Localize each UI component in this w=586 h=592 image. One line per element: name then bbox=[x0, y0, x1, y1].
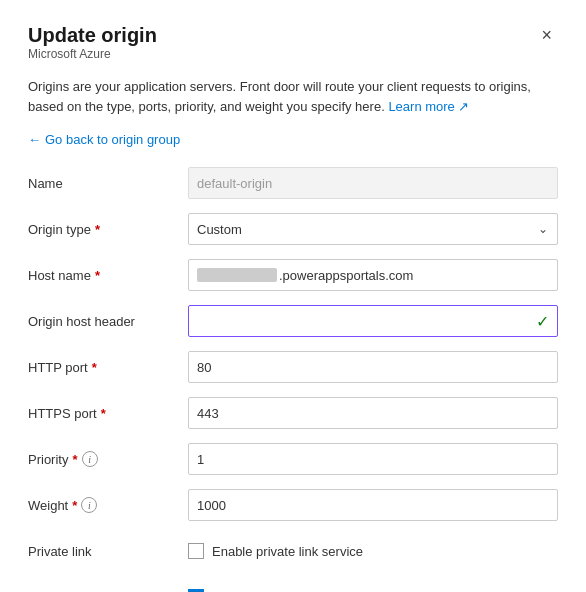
name-input[interactable] bbox=[188, 167, 558, 199]
host-name-label: Host name * bbox=[28, 268, 188, 283]
http-port-required: * bbox=[92, 360, 97, 375]
priority-control bbox=[188, 443, 558, 475]
https-port-label: HTTPS port * bbox=[28, 406, 188, 421]
host-field-wrapper: .powerappsportals.com bbox=[188, 259, 558, 291]
private-link-label: Private link bbox=[28, 544, 188, 559]
weight-control bbox=[188, 489, 558, 521]
weight-label: Weight * i bbox=[28, 497, 188, 513]
origin-host-header-control: ✓ bbox=[188, 305, 558, 337]
title-block: Update origin Microsoft Azure bbox=[28, 24, 157, 75]
http-port-row: HTTP port * bbox=[28, 351, 558, 383]
status-row: Status Enable this origin bbox=[28, 581, 558, 592]
origin-host-header-label: Origin host header bbox=[28, 314, 188, 329]
update-origin-panel: Update origin Microsoft Azure × Origins … bbox=[0, 0, 586, 592]
host-name-required: * bbox=[95, 268, 100, 283]
priority-required: * bbox=[72, 452, 77, 467]
http-port-label: HTTP port * bbox=[28, 360, 188, 375]
weight-required: * bbox=[72, 498, 77, 513]
private-link-checkbox[interactable] bbox=[188, 543, 204, 559]
http-port-control bbox=[188, 351, 558, 383]
weight-row: Weight * i bbox=[28, 489, 558, 521]
https-port-row: HTTPS port * bbox=[28, 397, 558, 429]
name-row: Name bbox=[28, 167, 558, 199]
https-port-required: * bbox=[101, 406, 106, 421]
origin-host-wrapper: ✓ bbox=[188, 305, 558, 337]
description-text: Origins are your application servers. Fr… bbox=[28, 77, 558, 116]
weight-input[interactable] bbox=[188, 489, 558, 521]
name-control bbox=[188, 167, 558, 199]
origin-type-select[interactable]: Custom App Service Azure Blob Storage Az… bbox=[188, 213, 558, 245]
priority-info-icon[interactable]: i bbox=[82, 451, 98, 467]
back-arrow-icon: ← bbox=[28, 132, 41, 147]
priority-input[interactable] bbox=[188, 443, 558, 475]
close-button[interactable]: × bbox=[535, 24, 558, 46]
origin-type-required: * bbox=[95, 222, 100, 237]
http-port-input[interactable] bbox=[188, 351, 558, 383]
private-link-checkbox-row: Enable private link service bbox=[188, 543, 558, 559]
host-name-control: .powerappsportals.com bbox=[188, 259, 558, 291]
private-link-checkbox-label: Enable private link service bbox=[212, 544, 363, 559]
panel-header: Update origin Microsoft Azure × bbox=[28, 24, 558, 75]
panel-subtitle: Microsoft Azure bbox=[28, 47, 157, 61]
host-domain: .powerappsportals.com bbox=[277, 268, 413, 283]
origin-type-row: Origin type * Custom App Service Azure B… bbox=[28, 213, 558, 245]
back-link[interactable]: ← Go back to origin group bbox=[28, 132, 180, 147]
priority-row: Priority * i bbox=[28, 443, 558, 475]
name-label: Name bbox=[28, 176, 188, 191]
private-link-row: Private link Enable private link service bbox=[28, 535, 558, 567]
origin-host-header-input[interactable] bbox=[189, 306, 557, 336]
priority-label: Priority * i bbox=[28, 451, 188, 467]
panel-title: Update origin bbox=[28, 24, 157, 47]
checkmark-icon: ✓ bbox=[536, 312, 549, 331]
https-port-control bbox=[188, 397, 558, 429]
learn-more-link[interactable]: Learn more ↗ bbox=[388, 99, 469, 114]
origin-type-control: Custom App Service Azure Blob Storage Az… bbox=[188, 213, 558, 245]
host-blur bbox=[197, 268, 277, 282]
weight-info-icon[interactable]: i bbox=[81, 497, 97, 513]
private-link-control: Enable private link service bbox=[188, 543, 558, 559]
host-name-row: Host name * .powerappsportals.com bbox=[28, 259, 558, 291]
origin-host-header-row: Origin host header ✓ bbox=[28, 305, 558, 337]
origin-type-label: Origin type * bbox=[28, 222, 188, 237]
https-port-input[interactable] bbox=[188, 397, 558, 429]
